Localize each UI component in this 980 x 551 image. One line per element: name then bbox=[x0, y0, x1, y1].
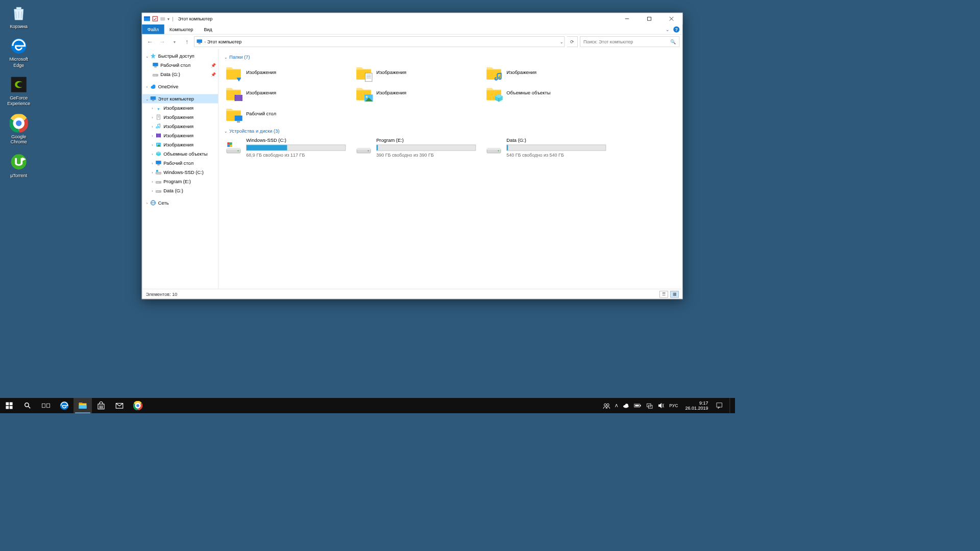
desktop-icon-nvidia[interactable]: GeForceExperience bbox=[2, 74, 36, 106]
tab-view[interactable]: Вид bbox=[199, 24, 217, 34]
view-details-button[interactable]: ☰ bbox=[659, 291, 668, 298]
tab-file[interactable]: Файл bbox=[142, 24, 164, 34]
tree-onedrive[interactable]: › OneDrive bbox=[142, 82, 218, 91]
search-input[interactable]: Поиск: Этот компьютер 🔍 bbox=[580, 36, 679, 47]
taskbar-explorer[interactable] bbox=[74, 398, 92, 413]
maximize-button[interactable] bbox=[638, 13, 660, 25]
taskbar-store[interactable] bbox=[92, 398, 110, 413]
drive-item[interactable]: Program (E:)390 ГБ свободно из 390 ГБ bbox=[354, 137, 477, 159]
collapse-icon[interactable]: ⌄ bbox=[224, 129, 227, 133]
group-drives-header[interactable]: ⌄ Устройства и диски (3) bbox=[224, 129, 677, 134]
expand-icon[interactable]: › bbox=[150, 170, 155, 174]
clock[interactable]: 9:17 26.01.2019 bbox=[683, 400, 710, 411]
ribbon-expand-icon[interactable]: ⌄ bbox=[663, 24, 673, 34]
expand-icon[interactable]: › bbox=[150, 152, 155, 156]
search-button[interactable] bbox=[18, 398, 37, 413]
folder-item[interactable]: Изображения bbox=[484, 63, 607, 82]
chevron-down-icon[interactable]: ▾ bbox=[167, 17, 169, 21]
volume-icon[interactable] bbox=[658, 402, 665, 409]
tree-item[interactable]: Data (G:)📌 bbox=[142, 70, 218, 79]
minimize-button[interactable] bbox=[616, 13, 639, 25]
expand-icon[interactable]: › bbox=[150, 161, 155, 165]
navigation-tree[interactable]: ⌄ Быстрый доступ Рабочий стол📌Data (G:)📌… bbox=[142, 49, 218, 289]
forward-button[interactable]: → bbox=[157, 37, 167, 47]
tree-label: Изображения bbox=[163, 123, 193, 129]
refresh-button[interactable]: ⟳ bbox=[567, 36, 578, 47]
tree-item[interactable]: ›Windows-SSD (C:) bbox=[142, 168, 218, 177]
tree-network[interactable]: › Сеть bbox=[142, 198, 218, 208]
show-desktop-button[interactable] bbox=[730, 398, 732, 413]
expand-icon[interactable]: › bbox=[150, 142, 155, 146]
collapse-icon[interactable]: ⌄ bbox=[224, 55, 227, 59]
separator: | bbox=[171, 16, 175, 22]
folder-item[interactable]: Изображения bbox=[224, 63, 347, 82]
tree-item[interactable]: ›Изображения bbox=[142, 131, 218, 140]
people-icon[interactable] bbox=[603, 402, 610, 410]
task-view-button[interactable] bbox=[37, 398, 55, 413]
tray-overflow-icon[interactable]: ᐱ bbox=[615, 403, 618, 408]
svg-rect-13 bbox=[153, 16, 157, 21]
up-button[interactable]: ↑ bbox=[182, 37, 192, 47]
expand-icon[interactable]: › bbox=[150, 133, 155, 137]
battery-icon[interactable] bbox=[634, 403, 642, 409]
titlebar[interactable]: ▾ | Этот компьютер bbox=[142, 13, 682, 25]
expand-icon[interactable]: › bbox=[144, 84, 150, 88]
folder-item[interactable]: Изображения bbox=[354, 84, 477, 103]
file-explorer-window: ▾ | Этот компьютер Файл Компьютер Вид ⌄ … bbox=[142, 13, 683, 299]
desktop-icon-edge[interactable]: MicrosoftEdge bbox=[2, 36, 36, 68]
desktop-icon-recycle[interactable]: Корзина bbox=[2, 3, 36, 29]
taskbar-chrome[interactable] bbox=[129, 398, 147, 413]
tree-this-pc[interactable]: ⌄ Этот компьютер bbox=[142, 94, 218, 104]
expand-icon[interactable]: › bbox=[144, 201, 150, 205]
expand-icon[interactable]: › bbox=[150, 115, 155, 119]
expand-icon[interactable]: › bbox=[150, 124, 155, 128]
svg-rect-44 bbox=[156, 172, 161, 174]
taskbar-mail[interactable] bbox=[110, 398, 129, 413]
tree-item[interactable]: ›Изображения bbox=[142, 140, 218, 149]
taskbar-edge[interactable] bbox=[55, 398, 74, 413]
close-button[interactable] bbox=[660, 13, 683, 25]
collapse-icon[interactable]: ⌄ bbox=[144, 96, 150, 101]
drive-item[interactable]: Data (G:)540 ГБ свободно из 540 ГБ bbox=[484, 137, 607, 159]
tree-item[interactable]: ›Изображения bbox=[142, 104, 218, 113]
history-dropdown-icon[interactable]: ▾ bbox=[169, 37, 180, 47]
tree-item[interactable]: ›Data (G:) bbox=[142, 186, 218, 195]
svg-rect-36 bbox=[160, 134, 161, 138]
group-folders-header[interactable]: ⌄ Папки (7) bbox=[224, 55, 677, 60]
qat-properties-icon[interactable] bbox=[152, 16, 158, 22]
collapse-icon[interactable]: ⌄ bbox=[144, 54, 150, 58]
tree-quick-access[interactable]: ⌄ Быстрый доступ bbox=[142, 52, 218, 61]
tree-item[interactable]: ›Program (E:) bbox=[142, 177, 218, 186]
language-indicator[interactable]: РУС bbox=[669, 404, 678, 408]
tree-item[interactable]: ›Рабочий стол bbox=[142, 159, 218, 168]
tree-item[interactable]: ›Изображения bbox=[142, 122, 218, 131]
path-chevron-icon[interactable]: › bbox=[205, 40, 206, 44]
view-large-icons-button[interactable]: ▦ bbox=[670, 291, 679, 298]
network-tray-icon[interactable] bbox=[646, 402, 653, 409]
onedrive-tray-icon[interactable] bbox=[623, 402, 630, 409]
expand-icon[interactable]: › bbox=[150, 179, 155, 183]
folder-item[interactable]: Изображения bbox=[224, 84, 347, 103]
address-bar[interactable]: › Этот компьютер ⌄ bbox=[194, 36, 565, 47]
help-icon[interactable]: ? bbox=[673, 26, 679, 32]
desktop-icon-utorrent[interactable]: µTorrent bbox=[2, 152, 36, 178]
tab-computer[interactable]: Компьютер bbox=[164, 24, 199, 34]
expand-icon[interactable]: › bbox=[150, 188, 155, 192]
action-center-icon[interactable] bbox=[715, 402, 724, 410]
qat-newfolder-icon[interactable] bbox=[160, 16, 166, 22]
tree-item[interactable]: ›Объемные объекты bbox=[142, 149, 218, 159]
folder-label: Изображения bbox=[376, 70, 406, 76]
folder-item[interactable]: Изображения bbox=[354, 63, 477, 82]
start-button[interactable] bbox=[0, 398, 18, 413]
tree-item[interactable]: Рабочий стол📌 bbox=[142, 61, 218, 70]
content-pane[interactable]: ⌄ Папки (7) ИзображенияИзображенияИзобра… bbox=[218, 49, 682, 289]
folder-item[interactable]: Рабочий стол bbox=[224, 104, 347, 123]
drive-item[interactable]: Windows-SSD (C:)68,9 ГБ свободно из 117 … bbox=[224, 137, 347, 159]
expand-icon[interactable]: › bbox=[150, 106, 155, 110]
desktop-icon-chrome[interactable]: GoogleChrome bbox=[2, 113, 36, 145]
folder-item[interactable]: Объемные объекты bbox=[484, 84, 607, 103]
tree-item[interactable]: ›Изображения bbox=[142, 113, 218, 122]
address-dropdown-icon[interactable]: ⌄ bbox=[560, 40, 563, 44]
breadcrumb[interactable]: Этот компьютер bbox=[207, 39, 241, 45]
back-button[interactable]: ← bbox=[145, 37, 155, 47]
